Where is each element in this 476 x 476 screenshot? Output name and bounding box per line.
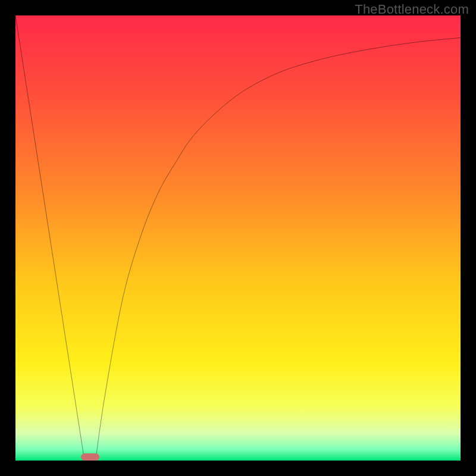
bottleneck-marker (81, 453, 99, 461)
right-curve-path (96, 37, 461, 461)
curves-layer (15, 15, 461, 461)
chart-frame: TheBottleneck.com (0, 0, 476, 476)
left-line-path (15, 15, 84, 461)
watermark-text: TheBottleneck.com (355, 2, 469, 17)
plot-area (15, 15, 461, 461)
